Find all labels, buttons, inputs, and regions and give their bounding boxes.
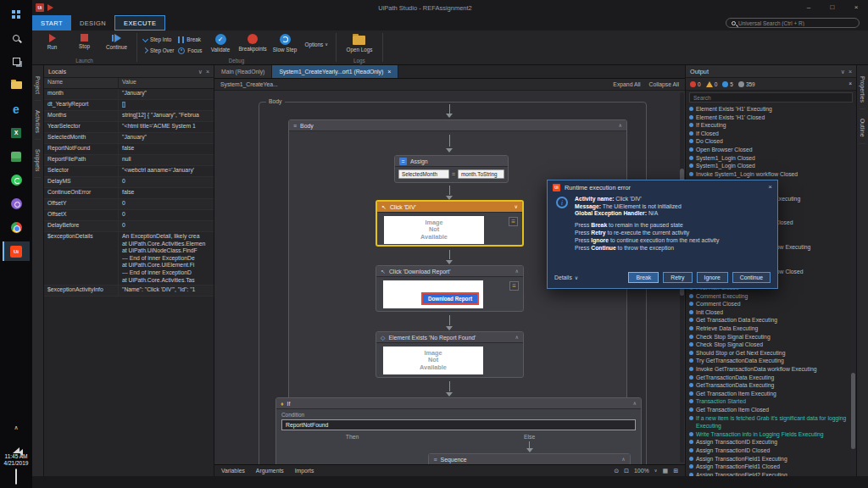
options-button[interactable]: Options bbox=[303, 32, 330, 56]
log-entry[interactable]: Transaction Started bbox=[686, 397, 851, 406]
uipath-taskbar-icon[interactable]: Ui bbox=[3, 241, 30, 261]
locals-row[interactable]: Months string[12] { "January", "Februa bbox=[44, 111, 214, 122]
app-icon[interactable]: Ui bbox=[36, 3, 44, 12]
maximize-button[interactable] bbox=[821, 0, 844, 15]
log-entry[interactable]: Comment Executing bbox=[686, 292, 851, 301]
validate-button[interactable]: Validate bbox=[207, 32, 235, 53]
overview-icon[interactable] bbox=[663, 468, 669, 474]
assign-value-field[interactable]: month.ToString bbox=[458, 169, 504, 179]
file-explorer-icon[interactable] bbox=[3, 75, 30, 95]
left-panel-tab[interactable]: Activities bbox=[35, 104, 41, 140]
locals-row[interactable]: DelayMS 0 bbox=[44, 177, 214, 188]
else-sequence-header[interactable]: Sequence bbox=[429, 454, 629, 464]
tab-execute[interactable]: EXECUTE bbox=[114, 15, 165, 30]
locals-row[interactable]: dt_YearlyReport [] bbox=[44, 100, 214, 111]
collapse-icon[interactable] bbox=[515, 335, 519, 340]
log-entry[interactable]: Init Closed bbox=[686, 308, 851, 317]
element-exists-header[interactable]: Element Exists 'No Report Found' bbox=[376, 332, 523, 343]
tab-design[interactable]: DESIGN bbox=[71, 15, 114, 30]
right-panel-tab[interactable]: Outline bbox=[860, 113, 865, 144]
output-search[interactable] bbox=[689, 92, 853, 103]
collapse-icon[interactable] bbox=[515, 269, 519, 274]
log-entry[interactable]: If Closed bbox=[686, 130, 851, 138]
log-entry[interactable]: Check Stop Signal Closed bbox=[686, 341, 851, 349]
grid-icon[interactable] bbox=[673, 468, 678, 474]
show-hidden-icons-icon[interactable] bbox=[14, 424, 18, 430]
click-div-activity[interactable]: Click 'DIV' Image Not Available bbox=[376, 200, 524, 247]
tab-start[interactable]: START bbox=[32, 15, 71, 30]
designer-bottom-tab[interactable]: Arguments bbox=[256, 468, 284, 474]
notes-app-icon[interactable] bbox=[3, 147, 30, 166]
collapse-icon[interactable] bbox=[619, 123, 622, 128]
warnings-filter-button[interactable]: 0 bbox=[706, 81, 718, 87]
else-branch[interactable]: Else Sequence bbox=[423, 434, 636, 464]
log-entry[interactable]: Assign TransactionID Executing bbox=[686, 438, 851, 446]
locals-row[interactable]: OffsetX 0 bbox=[44, 210, 214, 221]
step-into-button[interactable]: Step Into bbox=[143, 35, 174, 44]
panel-close-icon[interactable] bbox=[206, 69, 209, 75]
column-name[interactable]: Name bbox=[44, 78, 119, 88]
locals-row[interactable]: ContinueOnError false bbox=[44, 188, 214, 199]
excel-icon[interactable]: X bbox=[3, 123, 30, 142]
left-panel-tab[interactable]: Project bbox=[35, 70, 41, 101]
log-entry[interactable]: Assign TransactionField1 Executing bbox=[686, 455, 851, 463]
if-activity[interactable]: If Condition ReportNotFound Then Else bbox=[275, 397, 642, 464]
log-entry[interactable]: If Executing bbox=[686, 121, 851, 130]
locals-row[interactable]: OffsetY 0 bbox=[44, 199, 214, 210]
log-entry[interactable]: Should Stop or Get Next Executing bbox=[686, 349, 851, 358]
locals-row[interactable]: $exceptionDetails An ExceptionDetail, li… bbox=[44, 232, 214, 286]
edge-icon[interactable]: e bbox=[3, 99, 30, 119]
run-button[interactable]: Run bbox=[38, 32, 66, 50]
task-view-icon[interactable] bbox=[3, 52, 30, 71]
designer-bottom-tab[interactable]: Variables bbox=[221, 468, 245, 474]
stop-button[interactable]: Stop bbox=[70, 32, 98, 49]
breakpoints-button[interactable]: Breakpoints bbox=[239, 32, 267, 52]
locals-row[interactable]: ReportNotFound false bbox=[44, 144, 214, 155]
log-entry[interactable]: Do Closed bbox=[686, 137, 851, 146]
log-entry[interactable]: GetTransactionData Executing bbox=[686, 381, 851, 390]
element-exists-activity[interactable]: Element Exists 'No Report Found' Image N… bbox=[376, 331, 524, 378]
zoom-dropdown-icon[interactable] bbox=[654, 469, 658, 473]
open-logs-button[interactable]: Open Logs bbox=[342, 32, 376, 53]
then-branch[interactable]: Then bbox=[281, 434, 423, 464]
designer-bottom-tab[interactable]: Imports bbox=[295, 468, 314, 474]
click-download-header[interactable]: Click 'Download Report' bbox=[376, 266, 523, 277]
zoom-reset-icon[interactable] bbox=[614, 468, 619, 474]
breadcrumb[interactable]: System1_CreateYea... bbox=[220, 81, 278, 87]
log-entry[interactable]: GetTransactionData Executing bbox=[686, 374, 851, 382]
click-download-activity[interactable]: Click 'Download Report' Download Report bbox=[376, 265, 524, 312]
locals-row[interactable]: SelectedMonth "January" bbox=[44, 133, 214, 144]
expand-icon[interactable] bbox=[515, 204, 518, 209]
continue-button[interactable]: Continue bbox=[103, 32, 131, 50]
dialog-button[interactable]: Continue bbox=[732, 272, 771, 283]
if-header[interactable]: If bbox=[276, 398, 641, 409]
log-entry[interactable]: Get Transaction Data Executing bbox=[686, 316, 851, 324]
chrome-icon[interactable] bbox=[3, 218, 30, 237]
dialog-button[interactable]: Ignore bbox=[697, 272, 728, 283]
trace-filter-button[interactable]: 359 bbox=[738, 81, 755, 87]
start-icon[interactable] bbox=[3, 4, 30, 24]
panel-menu-icon[interactable] bbox=[198, 69, 203, 75]
log-entry[interactable]: Try GetTransactionData Executing bbox=[686, 357, 851, 365]
context-menu-icon[interactable] bbox=[509, 217, 518, 226]
expand-all-button[interactable]: Expand All bbox=[613, 81, 640, 87]
locals-row[interactable]: YearSelector "<html title='ACME System 1 bbox=[44, 122, 214, 133]
collapse-icon[interactable] bbox=[633, 401, 637, 406]
tab-active-workflow[interactable]: System1_CreateYearly...ort1 (ReadOnly) bbox=[272, 65, 398, 78]
zoom-level[interactable]: 100% bbox=[634, 468, 649, 474]
column-value[interactable]: Value bbox=[119, 78, 140, 88]
log-entry[interactable]: If a new item is fetched Grab it's signi… bbox=[686, 414, 851, 430]
right-panel-tab[interactable]: Properties bbox=[860, 70, 865, 109]
quick-run-icon[interactable] bbox=[47, 4, 53, 11]
errors-filter-button[interactable]: 0 bbox=[690, 81, 701, 87]
dialog-close-icon[interactable] bbox=[768, 184, 772, 191]
dialog-button[interactable]: Break bbox=[628, 272, 659, 283]
panel-menu-icon[interactable] bbox=[841, 69, 845, 75]
log-entry[interactable]: Assign TransactionField1 Closed bbox=[686, 463, 851, 471]
log-entry[interactable]: Check Stop Signal Executing bbox=[686, 333, 851, 341]
search-icon[interactable] bbox=[3, 28, 30, 47]
fit-to-screen-icon[interactable] bbox=[624, 468, 629, 474]
universal-search-input[interactable] bbox=[738, 20, 854, 26]
action-center-icon[interactable] bbox=[15, 469, 17, 485]
log-entry[interactable]: Element Exists 'H1' Closed bbox=[686, 114, 851, 122]
